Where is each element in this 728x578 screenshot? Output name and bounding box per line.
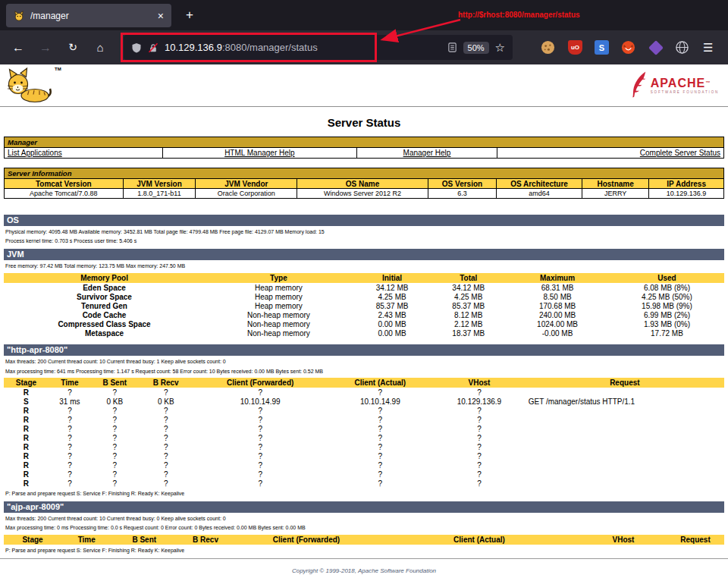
tab-bar: /manager × + http://$rhost:8080/manager/… [0,0,728,30]
cell: 85.37 MB [353,301,432,310]
cell: 8.50 MB [505,292,610,301]
server-information-table: Server Information Tomcat VersionJVM Ver… [4,168,724,199]
column-header: Request [526,378,724,388]
cell: 17.72 MB [610,328,724,338]
cookie-extension-icon[interactable] [540,39,556,55]
cell: R [4,433,49,442]
cell [526,433,724,442]
globe-extension-icon[interactable] [674,39,690,55]
cell: ? [91,442,139,451]
table-row: MetaspaceNon-heap memory0.00 MB18.37 MB-… [4,328,724,338]
s-extension-icon[interactable]: S [594,39,610,55]
column-header: Client (Actual) [378,535,580,545]
cell [526,406,724,415]
server-information-headers: Tomcat VersionJVM VersionJVM VendorOS Na… [5,179,724,189]
table-row: Eden SpaceHeap memory34.12 MB34.12 MB68.… [4,283,724,292]
shield-icon[interactable] [131,42,142,53]
cell: Non-heap memory [205,328,353,338]
home-button[interactable]: ⌂ [89,30,111,64]
cell [526,442,724,451]
os-section-header: OS [4,215,724,226]
cell: ? [193,442,328,451]
url-bar[interactable]: 10.129.136.9:8080/manager/status 50% ☆ [124,35,513,60]
complete-server-status-link[interactable]: Complete Server Status [640,149,720,157]
cell: Tenured Gen [4,301,205,310]
cell: ? [328,470,434,479]
cell: ? [49,388,91,397]
table-row: R?????? [4,406,724,415]
table-row: R?????? [4,415,724,424]
cell: JERRY [582,189,648,199]
cell: ? [193,479,328,488]
insecure-lock-icon[interactable] [148,42,158,53]
os-memory-stats: Physical memory: 4095.48 MB Available me… [5,228,728,235]
cell: ? [49,442,91,451]
cell: ? [328,415,434,424]
cell: ? [433,470,526,479]
purple-extension-icon[interactable] [648,39,664,55]
reader-mode-icon[interactable] [447,42,457,52]
foxyproxy-icon[interactable] [620,39,636,55]
column-header: Time [61,535,112,545]
copyright-text: Copyright © 1999-2018, Apache Software F… [292,567,436,574]
cell: 10.10.14.99 [328,397,434,406]
cell [526,460,724,470]
cell: 1.93 MB (0%) [610,319,724,328]
tab-close-icon[interactable]: × [158,11,164,21]
new-tab-button[interactable]: + [180,6,199,24]
ublock-origin-icon[interactable]: uO [567,39,583,55]
zoom-level-indicator[interactable]: 50% [463,42,489,54]
cell: ? [139,470,193,479]
table-row: R?????? [4,424,724,433]
column-header: Maximum [505,273,610,283]
ajp-threads-headers: StageTimeB SentB RecvClient (Forwarded)C… [4,535,724,545]
cell: ? [433,479,526,488]
manager-help-link[interactable]: Manager Help [403,149,451,157]
cell: Heap memory [205,301,353,310]
cell: 240.00 MB [505,310,610,319]
reload-button[interactable]: ↻ [62,30,83,64]
memory-pool-table: Memory PoolTypeInitialTotalMaximumUsed E… [4,273,724,338]
cell [526,388,724,397]
cell: 2.43 MB [353,310,432,319]
page-content: TM APACHE™ SOFTWARE FOUNDATION Server St… [0,64,728,578]
forward-button[interactable]: → [35,30,56,64]
cell: ? [49,470,91,479]
cell: 6.08 MB (8%) [610,283,724,292]
cell: ? [49,479,91,488]
column-header: VHost [580,535,667,545]
cell: ? [91,415,139,424]
cell: 18.37 MB [431,328,505,338]
cell: ? [139,433,193,442]
bookmark-star-icon[interactable]: ☆ [495,41,505,55]
column-header: Initial [353,273,432,283]
column-header: Request [667,535,724,545]
cell: ? [139,479,193,488]
cell: ? [91,451,139,460]
browser-tab[interactable]: /manager × [6,4,171,27]
apache-subtitle: SOFTWARE FOUNDATION [651,90,719,94]
cell: ? [193,470,328,479]
menu-icon[interactable]: ☰ [703,30,713,64]
html-manager-help-link[interactable]: HTML Manager Help [224,149,294,157]
cell: 8.12 MB [431,310,505,319]
cell: ? [91,424,139,433]
cell: 10.129.136.9 [649,189,724,199]
ajp-processing-stats: Max processing time: 0 ms Processing tim… [5,524,728,531]
http-threads-rows: R??????S31 ms0 KB0 KB10.10.14.9910.10.14… [4,388,724,488]
cell: Survivor Space [4,292,205,301]
list-applications-link[interactable]: List Applications [8,149,62,157]
column-header: JVM Vendor [196,179,297,189]
table-row: Compressed Class SpaceNon-heap memory0.0… [4,319,724,328]
cell: 68.31 MB [505,283,610,292]
column-header: Time [49,378,91,388]
cell: ? [328,479,434,488]
back-button[interactable]: ← [8,30,29,64]
column-header: Type [205,273,353,283]
jvm-memory-stats: Free memory: 97.42 MB Total memory: 123.… [5,262,728,269]
annotation-url-text: http://$rhost:8080/manager/status [458,11,580,19]
cell: R [4,388,49,397]
table-row: R?????? [4,460,724,470]
table-row: S31 ms0 KB0 KB10.10.14.9910.10.14.9910.1… [4,397,724,406]
cell: ? [91,479,139,488]
